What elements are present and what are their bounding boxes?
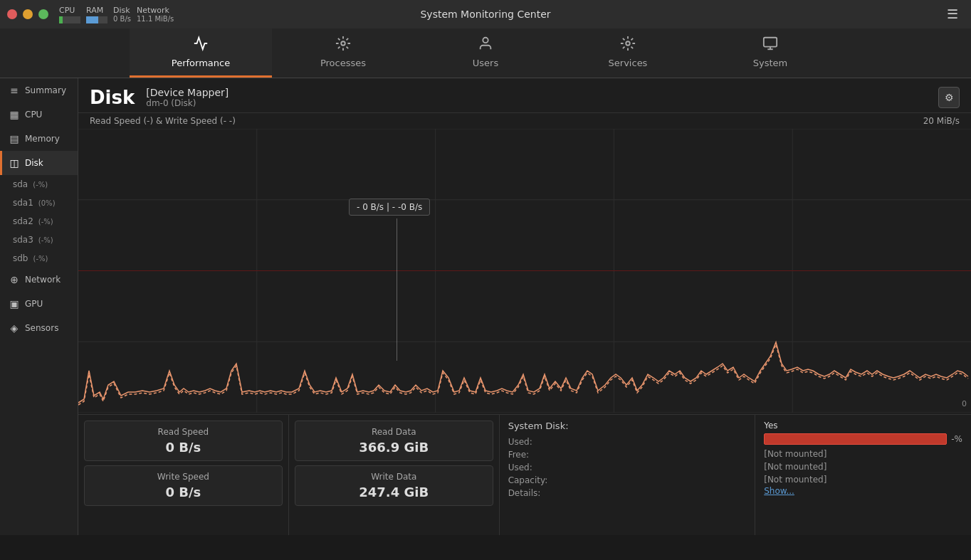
tab-services[interactable]: Services — [557, 28, 699, 78]
chart-max: 20 MiB/s — [923, 116, 960, 126]
write-speed-value: 0 B/s — [93, 485, 273, 500]
write-data-card: Write Data 247.4 GiB — [295, 465, 493, 506]
disk-indicator: Disk 0 B/s — [113, 6, 131, 23]
tab-performance[interactable]: Performance — [130, 28, 272, 78]
processes-icon — [335, 36, 351, 55]
not-mounted-2: [Not mounted] — [764, 460, 962, 473]
performance-icon — [193, 36, 209, 55]
disk-chart: 0 — [78, 129, 971, 413]
mount-percent: -% — [951, 434, 962, 444]
mount-bar — [764, 433, 947, 445]
free-row: Free: — [508, 448, 747, 461]
sidebar-item-memory[interactable]: ▤ Memory — [0, 127, 78, 151]
main-content: ≡ Summary ▦ CPU ▤ Memory ◫ Disk sda (-%)… — [0, 78, 971, 535]
tab-system[interactable]: System — [699, 28, 841, 78]
sidebar-item-sensors[interactable]: ◈ Sensors — [0, 316, 78, 340]
disk-header: Disk [Device Mapper] dm-0 (Disk) ⚙ — [78, 78, 971, 113]
tab-processes[interactable]: Processes — [272, 28, 414, 78]
sidebar-subitem-sda[interactable]: sda (-%) — [0, 175, 78, 194]
disk-icon: ◫ — [8, 157, 21, 169]
data-stats-col: Read Data 366.9 GiB Write Data 247.4 GiB — [289, 415, 500, 535]
mount-col: Yes -% [Not mounted] [Not mounted] [Not … — [755, 415, 971, 535]
sidebar-item-gpu[interactable]: ▣ GPU — [0, 292, 78, 316]
system-disk-title: System Disk: — [508, 421, 747, 431]
window-title: System Monitoring Center — [420, 9, 550, 20]
sidebar-subitem-sda2[interactable]: sda2 (-%) — [0, 212, 78, 231]
capacity-row: Capacity: — [508, 474, 747, 487]
write-data-label: Write Data — [304, 472, 484, 482]
write-data-value: 247.4 GiB — [304, 485, 484, 500]
svg-point-0 — [341, 41, 345, 46]
sensors-icon: ◈ — [8, 322, 21, 334]
titlebar: CPU RAM Disk 0 B/s Network 11.1 MiB/s Sy… — [0, 0, 971, 28]
chart-header: Read Speed (-) & Write Speed (- -) 20 Mi… — [78, 113, 971, 129]
cpu-indicator: CPU — [59, 6, 80, 23]
content-panel: Disk [Device Mapper] dm-0 (Disk) ⚙ Read … — [78, 78, 971, 535]
sidebar-item-disk[interactable]: ◫ Disk — [0, 151, 78, 175]
used2-row: Used: — [508, 461, 747, 474]
details-row: Details: — [508, 487, 747, 500]
network-indicator: Network 11.1 MiB/s — [137, 6, 174, 23]
speed-stats-col: Read Speed 0 B/s Write Speed 0 B/s — [78, 415, 289, 535]
read-data-value: 366.9 GiB — [304, 440, 484, 455]
cpu-icon: ▦ — [8, 109, 21, 120]
sidebar-subitem-sda3[interactable]: sda3 (-%) — [0, 231, 78, 249]
system-icon — [762, 36, 778, 55]
used-row: Used: — [508, 435, 747, 448]
read-speed-value: 0 B/s — [93, 440, 273, 455]
read-data-card: Read Data 366.9 GiB — [295, 421, 493, 461]
disk-title: Disk — [90, 87, 135, 108]
menu-button[interactable]: ☰ — [941, 4, 964, 25]
nav-tabs: Performance Processes Users — [0, 28, 971, 78]
not-mounted-1: [Not mounted] — [764, 448, 962, 460]
sidebar-item-cpu[interactable]: ▦ CPU — [0, 102, 78, 127]
mounted-label: Yes — [764, 421, 962, 430]
read-data-label: Read Data — [304, 427, 484, 437]
disk-settings-button[interactable]: ⚙ — [938, 87, 960, 108]
svg-rect-3 — [764, 38, 777, 47]
disk-device-name: [Device Mapper] — [146, 87, 229, 98]
summary-icon: ≡ — [8, 85, 21, 96]
memory-icon: ▤ — [8, 133, 21, 144]
stats-bottom: Read Speed 0 B/s Write Speed 0 B/s Read … — [78, 414, 971, 535]
window-controls — [7, 9, 48, 19]
users-icon — [478, 36, 493, 55]
svg-point-2 — [626, 41, 630, 46]
mount-bar-row: -% — [764, 433, 962, 445]
sidebar-subitem-sda1[interactable]: sda1 (0%) — [0, 194, 78, 212]
chart-area: Read Speed (-) & Write Speed (- -) 20 Mi… — [78, 113, 971, 414]
svg-text:0: 0 — [962, 399, 967, 408]
sidebar-item-summary[interactable]: ≡ Summary — [0, 78, 78, 102]
read-speed-card: Read Speed 0 B/s — [84, 421, 283, 461]
sidebar-item-network[interactable]: ⊕ Network — [0, 268, 78, 292]
sidebar-subitem-sdb[interactable]: sdb (-%) — [0, 249, 78, 268]
chart-label: Read Speed (-) & Write Speed (- -) — [90, 116, 236, 126]
disk-subtitle: [Device Mapper] dm-0 (Disk) — [146, 87, 229, 108]
network-icon: ⊕ — [8, 274, 21, 285]
maximize-button[interactable] — [38, 9, 48, 19]
svg-point-1 — [483, 38, 488, 43]
tab-users[interactable]: Users — [414, 28, 557, 78]
disk-device-sub: dm-0 (Disk) — [146, 98, 229, 108]
system-disk-col: System Disk: Used: Free: Used: Capacity: — [500, 415, 756, 535]
gpu-icon: ▣ — [8, 298, 21, 310]
show-link[interactable]: Show... — [764, 486, 962, 496]
ram-indicator: RAM — [86, 6, 107, 23]
write-speed-card: Write Speed 0 B/s — [84, 465, 283, 506]
services-icon — [620, 36, 636, 55]
not-mounted-3: [Not mounted] — [764, 473, 962, 486]
close-button[interactable] — [7, 9, 17, 19]
resource-indicators: CPU RAM Disk 0 B/s Network 11.1 MiB/s — [59, 6, 174, 23]
sidebar: ≡ Summary ▦ CPU ▤ Memory ◫ Disk sda (-%)… — [0, 78, 78, 535]
read-speed-label: Read Speed — [93, 427, 273, 437]
minimize-button[interactable] — [23, 9, 33, 19]
write-speed-label: Write Speed — [93, 472, 273, 482]
